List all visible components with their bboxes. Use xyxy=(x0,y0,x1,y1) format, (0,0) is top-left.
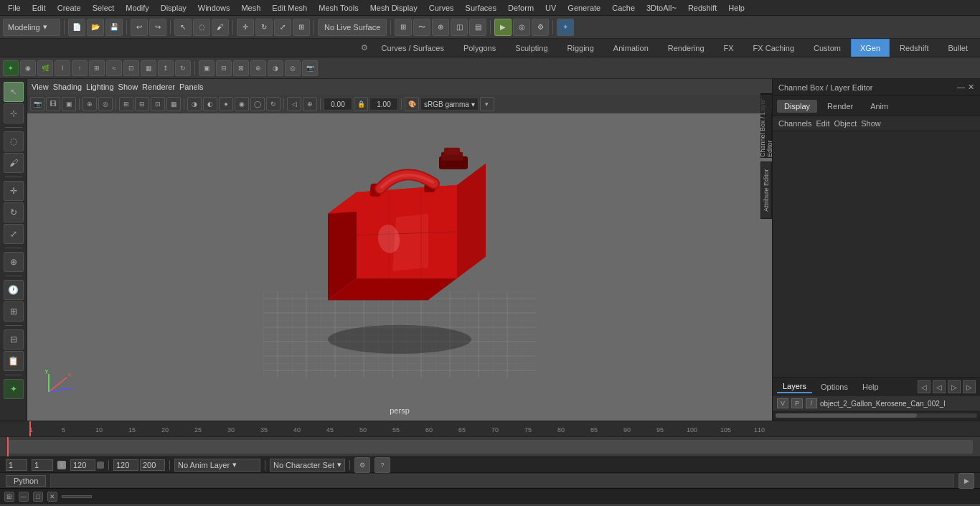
vt-colorspace-dropdown[interactable]: sRGB gamma ▾ xyxy=(420,98,479,111)
vt-camera-btn[interactable]: 📷 xyxy=(30,97,44,111)
lasso-select-btn[interactable]: ◌ xyxy=(4,131,24,151)
menu-surfaces[interactable]: Surfaces xyxy=(461,2,501,14)
menu-3dtool[interactable]: 3DtoAll~ xyxy=(641,2,682,14)
timeline-bar[interactable] xyxy=(7,440,973,454)
attr-vertical-tab[interactable]: Attribute Editor xyxy=(760,161,772,219)
tab-animation[interactable]: Animation xyxy=(604,39,658,57)
cb-object-menu[interactable]: Object xyxy=(834,119,857,128)
vt-shade5-btn[interactable]: ◯ xyxy=(250,97,265,111)
viewport[interactable]: View Shading Lighting Show Renderer Pane… xyxy=(27,79,772,421)
guide-btn[interactable]: ↑ xyxy=(72,60,88,76)
outliner-lt-btn[interactable]: 📋 xyxy=(4,351,24,371)
render-settings-btn[interactable]: ⚙ xyxy=(532,19,549,36)
refresh-btn[interactable]: ↻ xyxy=(175,60,191,76)
noise-btn[interactable]: ≈ xyxy=(106,60,122,76)
xgen-btn[interactable]: ✦ xyxy=(557,19,574,36)
frame-end2-input[interactable] xyxy=(113,459,138,471)
menu-mesh[interactable]: Mesh xyxy=(236,2,265,14)
menu-generate[interactable]: Generate xyxy=(562,2,606,14)
wireframe-btn[interactable]: ▣ xyxy=(199,60,215,76)
scale-lt-btn[interactable]: ⤢ xyxy=(4,224,24,244)
normals-btn[interactable]: ⊟ xyxy=(216,60,232,76)
live-surface-btn[interactable]: No Live Surface xyxy=(318,19,387,36)
ipr-render-btn[interactable]: ◎ xyxy=(513,19,530,36)
vt-film-btn[interactable]: 🎞 xyxy=(46,97,60,111)
leaf-btn[interactable]: 🌿 xyxy=(37,60,53,76)
move-lt-btn[interactable]: ✛ xyxy=(4,181,24,201)
timeline-area[interactable] xyxy=(0,436,980,456)
panel-minimize-btn[interactable]: — xyxy=(957,83,965,92)
frame-start-input[interactable] xyxy=(6,459,27,471)
vt-colorspace-settings[interactable]: ▾ xyxy=(480,97,494,111)
vp-show-menu[interactable]: Show xyxy=(118,83,138,91)
menu-select[interactable]: Select xyxy=(88,2,120,14)
cb-edit-menu[interactable]: Edit xyxy=(816,119,829,128)
tab-render[interactable]: Render xyxy=(820,100,860,113)
undo-btn[interactable]: ↩ xyxy=(131,19,148,36)
vt-zoom-value[interactable]: 1.00 xyxy=(369,98,398,111)
vt-wireframe-btn[interactable]: ▦ xyxy=(166,97,181,111)
isolate-btn[interactable]: ◎ xyxy=(285,60,301,76)
menu-create[interactable]: Create xyxy=(52,2,86,14)
layers-scroll-up[interactable]: ◁ xyxy=(918,380,930,393)
vp-view-menu[interactable]: View xyxy=(32,83,49,91)
char-set-help-btn[interactable]: ? xyxy=(374,457,390,473)
menu-file[interactable]: File xyxy=(3,2,26,14)
patch-btn[interactable]: ⊡ xyxy=(123,60,139,76)
vt-grid2-btn[interactable]: ⊟ xyxy=(135,97,149,111)
win-close-btn[interactable]: ✕ xyxy=(47,492,57,502)
vt-shade1-btn[interactable]: ◑ xyxy=(187,97,202,111)
snap-point-btn[interactable]: ⊕ xyxy=(432,19,449,36)
anim-layer-dropdown[interactable]: No Anim Layer ▾ xyxy=(174,459,260,472)
attr-lt-btn[interactable]: ⊟ xyxy=(4,329,24,350)
rotate-tool-btn[interactable]: ↻ xyxy=(255,19,273,36)
scale-tool-btn[interactable]: ⤢ xyxy=(274,19,291,36)
python-run-btn[interactable]: ▶ xyxy=(958,473,974,489)
frame-end-input[interactable] xyxy=(70,459,95,471)
tab-custom[interactable]: Custom xyxy=(804,39,850,57)
menu-help[interactable]: Help xyxy=(723,2,750,14)
vt-film2-btn[interactable]: ▣ xyxy=(62,97,76,111)
tab-anim[interactable]: Anim xyxy=(863,100,895,113)
xgen-lt-btn[interactable]: ✦ xyxy=(4,379,24,399)
comb-btn[interactable]: ⊞ xyxy=(89,60,105,76)
xgen-logo-btn[interactable]: ✦ xyxy=(3,60,19,76)
menu-curves[interactable]: Curves xyxy=(424,2,459,14)
batch-render-btn[interactable]: ▦ xyxy=(141,60,156,76)
vt-icon2-btn[interactable]: ◎ xyxy=(98,97,113,111)
python-input[interactable] xyxy=(50,474,954,487)
vt-colorspace-icon[interactable]: 🎨 xyxy=(405,97,419,111)
vt-shade4-btn[interactable]: ◉ xyxy=(235,97,249,111)
tab-curves-surfaces[interactable]: Curves / Surfaces xyxy=(372,39,453,57)
vt-arrow-left[interactable]: ◁ xyxy=(287,97,301,111)
win-icon-btn[interactable]: ⊞ xyxy=(4,492,14,502)
menu-display[interactable]: Display xyxy=(156,2,192,14)
vertex-btn[interactable]: ⊕ xyxy=(250,60,266,76)
rotate-lt-btn[interactable]: ↻ xyxy=(4,202,24,222)
snap-surface-btn[interactable]: ▤ xyxy=(469,19,486,36)
paint-sel-btn[interactable]: 🖌 xyxy=(212,19,229,36)
tab-polygons[interactable]: Polygons xyxy=(454,39,505,57)
history-btn[interactable]: 🕐 xyxy=(4,280,24,300)
menu-uv[interactable]: UV xyxy=(540,2,561,14)
vt-lock-btn[interactable]: 🔒 xyxy=(354,97,368,111)
vp-renderer-menu[interactable]: Renderer xyxy=(142,83,175,91)
layers-help-tab[interactable]: Help xyxy=(857,381,885,393)
smooth-shade-btn[interactable]: ◑ xyxy=(268,60,283,76)
menu-windows[interactable]: Windows xyxy=(193,2,235,14)
export-btn[interactable]: ↥ xyxy=(158,60,174,76)
vp-panels-menu[interactable]: Panels xyxy=(179,83,204,91)
layers-scroll-up2[interactable]: ◁ xyxy=(933,380,946,393)
cb-channels-menu[interactable]: Channels xyxy=(778,119,811,128)
multi-select-btn[interactable]: ⊹ xyxy=(4,103,24,123)
snap-view-btn[interactable]: ◫ xyxy=(451,19,468,36)
tab-rendering[interactable]: Rendering xyxy=(659,39,714,57)
layer-type-btn[interactable]: / xyxy=(806,398,817,408)
layer-v-btn[interactable]: V xyxy=(777,398,788,408)
layers-options-tab[interactable]: Options xyxy=(815,381,854,393)
lasso-tool-btn[interactable]: ◌ xyxy=(193,19,210,36)
vp-shading-menu[interactable]: Shading xyxy=(53,83,82,91)
vp-lighting-menu[interactable]: Lighting xyxy=(86,83,114,91)
menu-edit-mesh[interactable]: Edit Mesh xyxy=(267,2,312,14)
input-btn[interactable]: ⊞ xyxy=(4,301,24,322)
